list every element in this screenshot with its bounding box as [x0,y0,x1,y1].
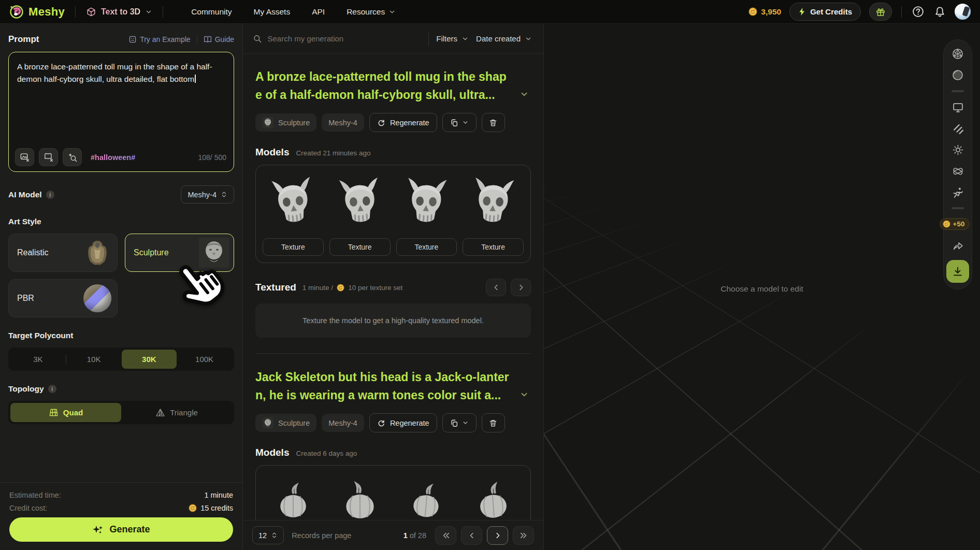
model-thumbnail-skull-4[interactable] [463,172,524,233]
gift-button[interactable] [869,3,892,21]
guide-link[interactable]: Guide [204,35,234,44]
chevron-down-icon [145,8,152,16]
matcap-sphere-button[interactable] [952,69,964,81]
page-indicator: 1 of 28 [403,531,426,540]
art-style-pbr[interactable]: PBR [8,279,118,317]
copy-dropdown-button[interactable] [442,413,477,432]
hatching-button[interactable] [952,122,964,135]
lighting-button[interactable] [952,143,964,156]
user-avatar[interactable] [955,4,971,20]
mode-switcher[interactable]: Text to 3D [86,7,152,17]
text-caret [195,75,196,83]
nav-api[interactable]: API [312,7,325,17]
regenerate-button[interactable]: Regenerate [369,113,437,132]
prev-page-button[interactable] [461,526,482,545]
help-button[interactable] [911,5,925,19]
ai-inspire-button[interactable] [63,148,82,166]
model-thumbnail-skull-1[interactable] [263,172,324,233]
topology-triangle[interactable]: Triangle [121,403,232,422]
prompt-label: Prompt [8,34,39,45]
texture-button[interactable]: Texture [463,238,524,256]
search-input[interactable] [267,34,421,43]
divider [952,90,964,92]
material-capsules-button[interactable] [952,165,964,177]
polycount-100k[interactable]: 100K [177,350,232,369]
prompt-input[interactable]: A bronze lace-patterned toll mug in the … [8,52,234,172]
top-bar: Meshy Text to 3D Community My Assets API… [0,0,980,24]
next-page-button[interactable] [487,526,508,545]
generate-button[interactable]: Generate [9,517,233,542]
model-thumbnail-pumpkin-4[interactable] [463,472,524,520]
filters-dropdown[interactable]: Filters [436,34,469,43]
image-reference-button[interactable] [15,148,34,166]
texture-button[interactable]: Texture [396,238,457,256]
search-box[interactable] [253,34,421,44]
nav-resources[interactable]: Resources [347,7,396,17]
polycount-10k[interactable]: 10K [66,350,122,369]
chevron-left-icon [493,284,500,291]
art-style-sculpture[interactable]: Sculpture [125,234,234,272]
ai-model-select[interactable]: Meshy-4 [181,185,234,204]
models-section-label: Models [255,147,289,158]
model-result [263,472,324,520]
display-mode-button[interactable] [952,101,964,113]
bell-icon [934,6,946,18]
share-button[interactable] [952,239,964,251]
polycount-3k[interactable]: 3K [10,350,66,369]
model-thumbnail-pumpkin-3[interactable] [396,472,457,520]
sparkle-search-icon [67,152,77,162]
refresh-icon [377,119,385,127]
texture-button[interactable]: Texture [263,238,324,256]
generation-settings-sidebar: Prompt Try an Example Guide A bronze lac… [0,24,242,550]
texture-button[interactable]: Texture [329,238,391,256]
generation-title[interactable]: A bronze lace-patterned toll mug in the … [255,68,531,104]
nav-my-assets[interactable]: My Assets [254,7,291,17]
pagination-bar: 12 Records per page 1 of 28 [243,520,543,550]
last-page-button[interactable] [513,526,534,545]
copy-dropdown-button[interactable] [442,113,477,132]
nav-community[interactable]: Community [191,7,232,17]
models-created-time: Created 6 days ago [296,450,357,457]
textured-next-button[interactable] [511,279,531,296]
delete-button[interactable] [482,113,505,132]
model-results-group: Texture Texture Texture [255,165,531,263]
chevron-left-icon [468,532,475,539]
meshy-logo[interactable]: Meshy [9,5,65,19]
textured-prev-button[interactable] [486,279,506,296]
info-icon[interactable]: i [46,191,54,199]
info-icon[interactable]: i [48,385,56,393]
chevron-down-icon [525,35,532,42]
sculpture-tag-thumbnail [262,417,273,429]
download-button[interactable] [946,260,969,283]
library-reference-button[interactable] [39,148,58,166]
model-thumbnail-skull-3[interactable] [396,172,457,233]
credit-balance-value: 3,950 [761,7,781,17]
records-per-page-stepper[interactable]: 12 [252,526,284,544]
topology-quad[interactable]: Quad [10,403,121,422]
sort-dropdown[interactable]: Date created [476,34,532,43]
estimated-time-value: 1 minute [204,491,233,499]
model-result: Texture [463,172,524,256]
model-thumbnail-pumpkin-2[interactable] [329,472,391,520]
model-thumbnail-pumpkin-1[interactable] [263,472,324,520]
model-thumbnail-skull-2[interactable] [329,172,391,233]
credit-balance[interactable]: 3,950 [748,7,781,17]
regenerate-button[interactable]: Regenerate [369,413,437,432]
ai-model-label: AI Model [8,190,42,199]
cube-icon [86,7,96,17]
triangle-mesh-icon [155,408,165,417]
viewport-3d[interactable]: Choose a model to edit +50 [544,24,980,550]
trash-icon [489,419,497,427]
get-credits-button[interactable]: Get Credits [789,3,861,21]
animation-button[interactable] [952,186,964,198]
first-page-button[interactable] [435,526,456,545]
try-example-link[interactable]: Try an Example [128,35,191,44]
polycount-30k[interactable]: 30K [122,350,177,369]
wireframe-sphere-button[interactable] [952,48,964,60]
art-style-realistic[interactable]: Realistic [8,234,118,272]
mode-label: Text to 3D [101,7,140,17]
generation-title[interactable]: Jack Skeleton but his head is a Jack-o-l… [255,368,531,404]
hashtag-chip[interactable]: #halloween# [91,153,135,162]
delete-button[interactable] [482,413,505,432]
notifications-button[interactable] [933,5,946,19]
